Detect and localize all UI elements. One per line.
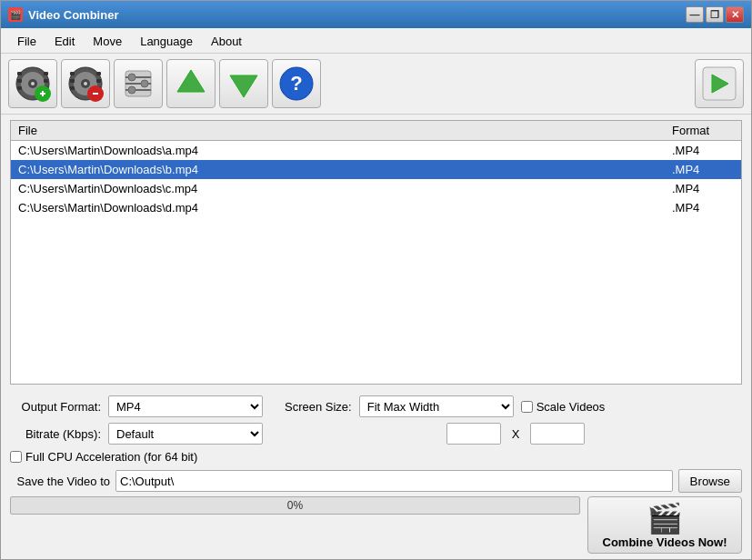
svg-point-27 [141,80,148,87]
add-video-button[interactable] [8,59,57,108]
save-row: Save the Video to C:\Output\ Browse [10,469,742,493]
move-up-button[interactable] [166,59,216,108]
col-file-header: File [11,124,668,137]
save-label: Save the Video to [10,475,110,488]
cpu-row: Full CPU Acceleration (for 64 bit) [10,450,742,464]
main-window: 🎬 Video Combiner — ❐ ✕ File Edit Move La… [0,0,752,560]
file-list-header: File Format [11,121,741,141]
svg-point-3 [31,82,35,85]
dim-height-input[interactable] [530,423,585,445]
move-down-button[interactable] [219,59,268,108]
svg-rect-18 [70,79,75,83]
file-format: .MP4 [668,182,741,195]
titlebar: 🎬 Video Combiner — ❐ ✕ [1,1,751,28]
cpu-acceleration-checkbox[interactable] [10,451,22,463]
file-list-body: C:\Users\Martin\Downloads\a.mp4.MP4C:\Us… [11,141,741,359]
scale-videos-text: Scale Videos [536,400,606,414]
app-icon: 🎬 [8,7,23,22]
move-up-icon [174,66,208,101]
file-format: .MP4 [668,201,741,215]
minimize-button[interactable]: — [686,6,704,23]
remove-video-icon [66,65,105,103]
output-format-label: Output Format: [10,400,101,414]
toolbar: ? [1,54,751,115]
progress-section: 0% [10,496,580,554]
browse-button[interactable]: Browse [678,469,742,493]
svg-marker-35 [177,70,205,92]
file-format: .MP4 [668,144,741,157]
format-row: Output Format: MP4AVIMKVMOVWMVFLV Screen… [10,395,742,417]
output-format-select[interactable]: MP4AVIMKVMOVWMVFLV [108,395,263,417]
add-video-icon [14,65,52,103]
restore-button[interactable]: ❐ [706,6,724,23]
cpu-acceleration-text: Full CPU Acceleration (for 64 bit) [25,450,197,464]
remove-video-button[interactable] [61,59,110,108]
file-list-container: File Format C:\Users\Martin\Downloads\a.… [10,120,742,385]
svg-rect-4 [17,72,22,75]
col-format-header: Format [668,124,741,137]
screen-size-select[interactable]: Fit Max WidthOriginal320x240640x4801280x… [359,395,514,417]
settings-button[interactable] [114,59,163,108]
bitrate-select[interactable]: Default5001000200040008000 [108,423,263,445]
svg-point-26 [128,74,135,81]
cpu-acceleration-label[interactable]: Full CPU Acceleration (for 64 bit) [10,450,197,464]
move-down-icon [226,66,261,101]
file-row[interactable]: C:\Users\Martin\Downloads\b.mp4.MP4 [11,160,741,179]
file-path: C:\Users\Martin\Downloads\d.mp4 [11,201,668,215]
progress-bar-wrapper: 0% [10,496,580,515]
dim-x-separator: X [512,427,520,441]
menu-file[interactable]: File [8,32,45,51]
combine-icon: 🎬 [647,501,683,535]
combine-button[interactable]: 🎬 Combine Videos Now! [587,496,742,554]
menu-language[interactable]: Language [131,32,202,51]
file-row[interactable]: C:\Users\Martin\Downloads\a.mp4.MP4 [11,141,741,160]
menubar: File Edit Move Language About [1,28,751,54]
svg-rect-6 [17,86,22,90]
svg-marker-36 [230,75,257,97]
bitrate-row: Bitrate (Kbps): Default50010002000400080… [10,423,742,445]
scale-videos-label[interactable]: Scale Videos [521,400,606,414]
file-format: .MP4 [668,163,741,176]
svg-rect-8 [44,79,48,83]
next-button[interactable] [695,59,744,108]
file-row[interactable]: C:\Users\Martin\Downloads\d.mp4.MP4 [11,198,741,217]
file-path: C:\Users\Martin\Downloads\a.mp4 [11,144,668,157]
save-row-container: Save the Video to C:\Output\ Browse [1,469,751,496]
svg-rect-7 [44,72,48,75]
window-controls: — ❐ ✕ [686,6,744,23]
svg-point-28 [128,86,135,94]
file-path: C:\Users\Martin\Downloads\b.mp4 [11,163,668,176]
scale-videos-checkbox[interactable] [521,401,533,413]
svg-rect-19 [70,86,75,90]
svg-point-16 [84,82,87,85]
svg-rect-24 [93,93,98,95]
svg-rect-12 [42,91,44,96]
next-icon [701,65,737,102]
screen-size-label: Screen Size: [285,400,352,414]
file-path: C:\Users\Martin\Downloads\c.mp4 [11,182,668,195]
svg-rect-21 [96,79,101,83]
svg-text:?: ? [290,72,302,95]
file-row[interactable]: C:\Users\Martin\Downloads\c.mp4.MP4 [11,179,741,198]
menu-about[interactable]: About [202,32,251,51]
close-button[interactable]: ✕ [726,6,744,23]
menu-move[interactable]: Move [84,32,131,51]
combine-label: Combine Videos Now! [603,535,727,549]
svg-rect-20 [96,72,101,75]
svg-rect-5 [17,79,22,83]
menu-edit[interactable]: Edit [45,32,84,51]
settings-icon [120,65,156,102]
svg-rect-17 [70,72,75,75]
dim-width-input[interactable] [446,423,501,445]
progress-text: 0% [10,496,580,515]
window-title: Video Combiner [28,8,686,22]
save-path-input[interactable]: C:\Output\ [115,470,673,492]
bitrate-label: Bitrate (Kbps): [10,427,101,441]
bottom-controls: Output Format: MP4AVIMKVMOVWMVFLV Screen… [1,390,751,469]
help-button[interactable]: ? [272,59,321,108]
progress-combine-area: 0% 🎬 Combine Videos Now! [1,496,751,559]
help-icon: ? [278,65,315,102]
